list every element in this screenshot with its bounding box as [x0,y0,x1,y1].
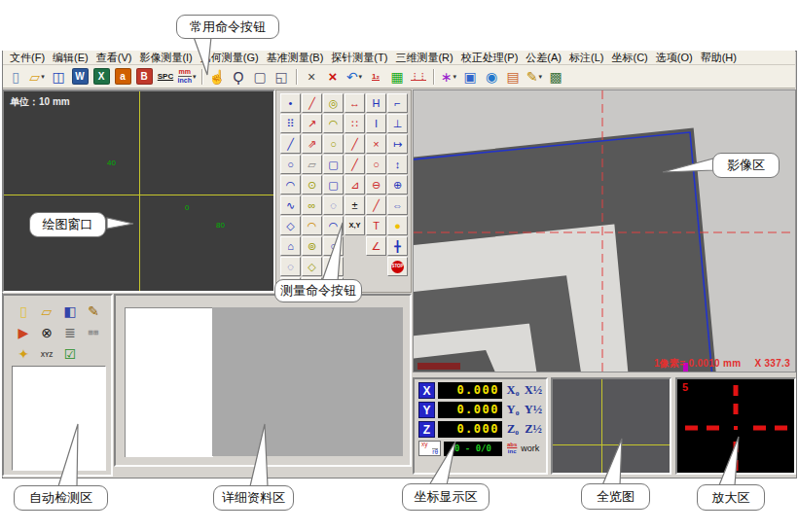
measure-tool-button[interactable]: ○ [323,134,344,154]
toolbar-show-labels-icon[interactable]: 1₂ [366,67,385,87]
measure-tool-button[interactable]: ╱ [345,155,365,174]
measure-tool-button[interactable]: ∷ [345,114,365,133]
autodetect-step-list-icon[interactable]: ≣ [64,325,76,340]
menu-item[interactable]: 编辑(E) [49,51,92,65]
dropdown-arrow-icon[interactable]: ▾ [41,73,45,80]
measure-tool-button[interactable]: ╱ [302,93,322,113]
measure-tool-button[interactable]: ○ [323,236,344,256]
measure-tool-button[interactable]: ⊥ [387,114,408,133]
toolbar-export-autocad-icon[interactable]: a [113,67,132,87]
measure-tool-button[interactable]: ± [345,195,365,215]
dropdown-arrow-icon[interactable]: ▾ [453,73,457,80]
measure-tool-button[interactable]: ∿ [280,195,301,215]
toolbar-unit-mm-inch-icon[interactable]: mminch▾ [177,67,197,87]
menu-item[interactable]: 公差(A) [522,51,565,65]
menu-item[interactable]: 选项(O) [652,51,697,65]
menu-item[interactable]: 探针测量(T) [327,51,391,65]
toolbar-form-editor-icon[interactable]: ▣ [460,67,480,87]
toolbar-export-word-icon[interactable]: W [70,67,90,87]
measure-tool-button[interactable]: ↗ [302,114,322,133]
measure-tool-button[interactable]: ○ [280,155,301,174]
measure-tool-button[interactable]: ◠ [323,114,344,133]
autodetect-xyz-output-icon[interactable]: XYZ [41,351,54,358]
measure-tool-button[interactable]: ○ [366,155,386,174]
measure-tool-button[interactable]: ◇ [280,216,301,235]
autodetect-new-program-icon[interactable]: ▯ [19,303,27,319]
autodetect-data-package-icon[interactable]: ◧ [63,303,76,319]
autodetect-open-program-icon[interactable]: ▱ [42,303,53,319]
toolbar-zoom-window-icon[interactable]: ◱ [272,67,291,87]
measure-tool-button[interactable]: ⊕ [387,175,408,195]
toolbar-open-file-icon[interactable]: ▱▾ [27,67,47,87]
measure-tool-button[interactable]: ▢ [323,175,344,195]
measure-tool-button[interactable]: H [366,93,386,113]
dropdown-arrow-icon[interactable]: ▾ [359,73,363,80]
autodetect-edit-program-icon[interactable]: ✎ [88,303,99,319]
measure-tool-button[interactable]: ↘ [323,257,344,276]
measure-tool-button[interactable]: STOP [387,257,408,276]
measure-tool-button[interactable]: T [366,216,386,235]
measure-tool-button[interactable]: ∠ [366,236,386,256]
measure-tool-button[interactable]: ◇ [302,257,322,276]
measure-tool-button[interactable]: ◌ [323,195,344,215]
menu-item[interactable]: 影像测量(I) [135,51,196,65]
toolbar-export-report-icon[interactable]: B [134,67,154,87]
measure-tool-button[interactable]: ╱ [345,134,365,154]
measure-tool-button[interactable]: ∞ [302,195,322,215]
axis-zero-button[interactable]: X₀ [503,383,523,398]
detail-tree-pane[interactable] [125,307,213,457]
autodetect-run-icon[interactable]: ▶ [18,325,29,340]
toolbar-notes-icon[interactable]: ✎▾ [525,67,544,87]
toolbar-delete-all-icon[interactable]: × [323,67,343,87]
autodetect-stop-icon[interactable]: ⊗ [41,325,53,340]
menu-item[interactable]: 基准测量(B) [263,51,328,65]
toolbar-delete-feature-icon[interactable]: × [302,67,321,87]
measure-tool-button[interactable]: ◠ [302,216,322,235]
toolbar-spc-icon[interactable]: SPC [156,67,175,87]
measure-tool-button[interactable]: ◌ [280,257,301,276]
measure-tool-button[interactable]: ◎ [323,93,344,113]
toolbar-image-capture-icon[interactable]: ▩ [546,67,565,87]
measure-tool-button[interactable]: ⠿ [280,114,301,133]
measure-tool-button[interactable]: ▢ [323,155,344,174]
toolbar-pan-tool-icon[interactable]: ☝ [207,67,227,87]
magnifier-panel[interactable]: 5 [675,377,796,475]
axis-half-button[interactable]: X½ [524,383,543,398]
measure-tool-button[interactable]: ⇔ [387,195,408,215]
menu-item[interactable]: 帮助(H) [697,51,741,65]
toolbar-save-icon[interactable]: ◫ [49,67,68,87]
measure-tool-button[interactable]: ⊚ [302,236,322,256]
toolbar-select-marquee-icon[interactable]: ▢ [250,67,270,87]
toolbar-dot-grid-icon[interactable]: ⋮⋮ [409,67,428,87]
measure-tool-button[interactable]: ╱ [366,195,386,215]
detail-content-pane[interactable] [212,307,403,456]
autodetect-auto-run-icon[interactable]: ✦ [18,346,29,362]
measure-tool-button[interactable]: ● [387,216,408,235]
menu-item[interactable]: 标注(L) [565,51,607,65]
dropdown-arrow-icon[interactable]: ▾ [539,73,543,80]
dropdown-arrow-icon[interactable]: ▾ [193,73,197,80]
drawing-window[interactable]: 单位：10 mm 4004080 [2,89,275,293]
axis-half-button[interactable]: Z½ [524,422,543,437]
measure-tool-button[interactable]: ↦ [387,134,408,154]
image-area[interactable]: 1像素= 0.0010 mmX 337.3 [413,89,796,372]
abs-inc-toggle[interactable]: abs inc [507,442,517,454]
menu-item[interactable]: 三维测量(R) [391,51,456,65]
measure-tool-button[interactable]: ◠ [323,216,344,235]
menu-item[interactable]: 坐标(C) [607,51,651,65]
menu-item[interactable]: 几何测量(G) [197,51,263,65]
overview-panel[interactable] [551,377,671,475]
measure-tool-button[interactable]: ⊙ [302,175,322,195]
toolbar-grid-icon[interactable]: ▦ [387,67,407,87]
measure-tool-button[interactable]: • [280,93,301,113]
toolbar-media-icon[interactable]: ▤ [503,67,523,87]
autodetect-verify-icon[interactable]: ☑ [64,346,77,362]
measure-tool-button[interactable]: ╋ [387,236,408,256]
measure-tool-button[interactable]: ⌐ [387,93,408,113]
axis-zero-button[interactable]: Y₀ [503,403,523,417]
toolbar-undo-icon[interactable]: ↶▾ [345,67,364,87]
autodetect-list[interactable] [12,366,106,471]
measure-tool-button[interactable]: ◠ [280,175,301,195]
menu-item[interactable]: 校正处理(P) [457,51,523,65]
toolbar-web-icon[interactable]: ◉ [482,67,501,87]
